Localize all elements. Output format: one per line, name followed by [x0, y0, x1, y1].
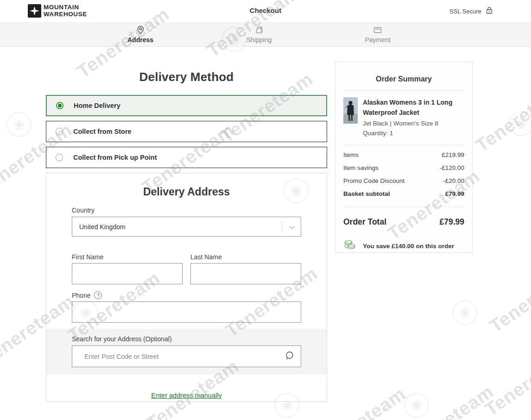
- option-label: Collect from Pick up Point: [73, 154, 157, 161]
- phone-input[interactable]: [72, 301, 301, 323]
- page-title: Checkout: [250, 6, 281, 14]
- summary-row-items: Items £219.99: [343, 151, 464, 158]
- radio-selected-icon[interactable]: [56, 102, 63, 109]
- checkout-header: MOUNTAIN WAREHOUSE Checkout SSL Secure: [0, 0, 531, 22]
- order-summary-panel: Order Summary Alaskan Womens 3 in 1 Long…: [335, 62, 473, 253]
- step-payment-label: Payment: [350, 36, 405, 44]
- delivery-address-card: Delivery Address Country United Kingdom …: [46, 173, 327, 402]
- product-quantity: Quantity: 1: [363, 129, 464, 138]
- summary-row-promo-discount: Promo Code Discount -£20.00: [343, 177, 464, 184]
- address-search-wrap: [72, 345, 301, 367]
- product-name: Alaskan Womens 3 in 1 Long Waterproof Ja…: [363, 97, 464, 118]
- divider: [343, 145, 464, 145]
- checkout-steps-bar: Address Shipping Payment: [0, 22, 531, 47]
- row-label: Promo Code Discount: [343, 177, 405, 184]
- watermark-stamp-icon: ❀: [404, 393, 429, 418]
- country-selected-value: United Kingdom: [79, 223, 126, 231]
- address-search-input[interactable]: [72, 345, 301, 367]
- search-icon[interactable]: [284, 351, 296, 364]
- first-name-label: First Name: [72, 253, 183, 261]
- phone-label: Phone: [72, 292, 90, 299]
- first-name-input[interactable]: [72, 263, 183, 284]
- order-total-row: Order Total £79.99: [343, 217, 464, 227]
- order-product-row: Alaskan Womens 3 in 1 Long Waterproof Ja…: [343, 97, 464, 138]
- step-payment[interactable]: Payment: [350, 25, 405, 44]
- radio-unselected-icon[interactable]: [56, 154, 63, 161]
- first-name-group: First Name: [72, 253, 183, 284]
- last-name-group: Last Name: [190, 253, 301, 284]
- row-label: Basket subtotal: [343, 190, 390, 197]
- divider: [343, 90, 464, 91]
- summary-row-basket-subtotal: Basket subtotal £79.99: [343, 190, 464, 197]
- delivery-section: Delivery Method Home Delivery Collect fr…: [46, 47, 327, 402]
- location-pin-icon: [113, 25, 168, 35]
- delivery-method-options: Home Delivery Collect from Store Collect…: [46, 95, 327, 168]
- row-label: Item savings: [343, 164, 379, 171]
- step-address-label: Address: [113, 36, 168, 44]
- row-value: £79.99: [445, 190, 464, 197]
- enter-address-manually-link[interactable]: Enter address manually: [151, 392, 221, 399]
- savings-note: You save £140.00 on this order: [363, 243, 454, 250]
- order-summary-title: Order Summary: [343, 75, 464, 83]
- last-name-input[interactable]: [190, 263, 301, 284]
- option-label: Collect from Store: [73, 128, 132, 135]
- row-value: £219.99: [442, 151, 464, 158]
- parcel-icon: [231, 25, 287, 35]
- row-label: Items: [343, 151, 359, 158]
- logo-text: MOUNTAIN WAREHOUSE: [44, 4, 87, 17]
- delivery-address-title: Delivery Address: [72, 186, 301, 198]
- watermark-text: Tenereteam: [472, 78, 531, 157]
- savings-row: You save £140.00 on this order: [343, 239, 464, 252]
- option-collect-from-store[interactable]: Collect from Store: [46, 121, 327, 142]
- logo-star-icon: [28, 4, 41, 18]
- row-value: -£120.00: [440, 164, 464, 171]
- manual-address-row: Enter address manually: [72, 391, 301, 400]
- step-shipping[interactable]: Shipping: [231, 25, 287, 44]
- delivery-method-title: Delivery Method: [46, 70, 327, 84]
- phone-label-row: Phone ?: [72, 291, 301, 299]
- summary-rows: Items £219.99 Item savings -£120.00 Prom…: [343, 151, 464, 197]
- watermark-text: Tenereteam: [398, 381, 498, 420]
- address-search-label: Search for your Address (Optional): [72, 335, 301, 343]
- option-home-delivery[interactable]: Home Delivery: [46, 95, 327, 116]
- product-variant: Jet Black | Women's Size 8: [363, 119, 464, 128]
- mountain-warehouse-logo[interactable]: MOUNTAIN WAREHOUSE: [28, 4, 87, 18]
- step-address[interactable]: Address: [113, 25, 168, 44]
- product-thumbnail: [343, 97, 358, 124]
- order-total-label: Order Total: [343, 217, 386, 227]
- radio-unselected-icon[interactable]: [56, 128, 63, 135]
- order-total-value: £79.99: [439, 217, 464, 227]
- phone-help-icon[interactable]: ?: [94, 291, 102, 299]
- row-value: -£20.00: [443, 177, 464, 184]
- last-name-label: Last Name: [190, 253, 301, 261]
- padlock-icon: [486, 6, 493, 16]
- ssl-secure-label: SSL Secure: [449, 8, 481, 15]
- step-shipping-label: Shipping: [231, 36, 287, 44]
- credit-card-icon: [350, 25, 405, 35]
- country-select[interactable]: United Kingdom: [72, 217, 301, 237]
- watermark-stamp-icon: ❀: [6, 112, 32, 137]
- name-fields-row: First Name Last Name: [72, 253, 301, 284]
- select-divider: [282, 221, 282, 232]
- product-info: Alaskan Womens 3 in 1 Long Waterproof Ja…: [363, 97, 464, 138]
- option-label: Home Delivery: [74, 102, 120, 109]
- chevron-down-icon: [288, 224, 295, 231]
- watermark-text: Tenereteam: [481, 342, 531, 420]
- summary-row-item-savings: Item savings -£120.00: [343, 164, 464, 171]
- watermark-text: Tenereteam: [486, 258, 531, 337]
- address-search-strip: Search for your Address (Optional): [46, 329, 327, 375]
- watermark-stamp-icon: ❀: [452, 300, 477, 325]
- divider: [343, 207, 464, 207]
- option-collect-from-pickup-point[interactable]: Collect from Pick up Point: [46, 147, 327, 168]
- coins-icon: [343, 239, 356, 252]
- country-label: Country: [72, 207, 301, 214]
- ssl-secure-badge: SSL Secure: [449, 6, 493, 16]
- watermark-stamp-icon: ❀: [509, 111, 531, 136]
